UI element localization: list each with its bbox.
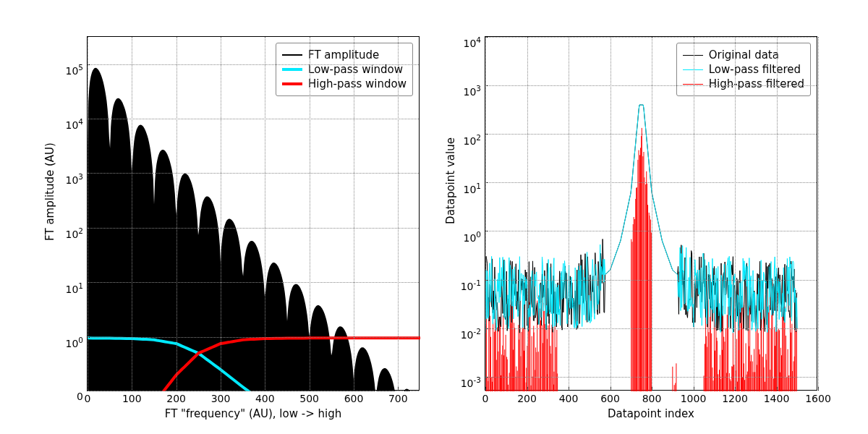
legend-swatch bbox=[282, 54, 302, 56]
right-plot-axes: Original data Low-pass filtered High-pas… bbox=[485, 36, 817, 391]
figure: FT amplitude Low-pass window High-pass w… bbox=[0, 0, 868, 434]
legend-label: FT amplitude bbox=[308, 48, 379, 61]
legend-row: High-pass window bbox=[282, 77, 407, 91]
left-xlabel: FT "frequency" (AU), low -> high bbox=[87, 407, 420, 420]
legend-label: High-pass filtered bbox=[709, 77, 804, 90]
left-legend: FT amplitude Low-pass window High-pass w… bbox=[276, 43, 413, 96]
legend-label: Low-pass filtered bbox=[709, 63, 801, 76]
legend-row: FT amplitude bbox=[282, 48, 407, 62]
legend-row: Low-pass filtered bbox=[683, 62, 804, 77]
left-plot-axes: FT amplitude Low-pass window High-pass w… bbox=[87, 36, 420, 391]
legend-row: High-pass filtered bbox=[683, 77, 804, 91]
left-ylabel: FT amplitude (AU) bbox=[43, 94, 56, 289]
legend-label: Low-pass window bbox=[308, 63, 403, 76]
legend-label: High-pass window bbox=[308, 77, 407, 90]
legend-label: Original data bbox=[709, 48, 779, 61]
right-ylabel: Datapoint value bbox=[444, 109, 457, 253]
right-legend: Original data Low-pass filtered High-pas… bbox=[676, 43, 811, 96]
legend-swatch bbox=[282, 82, 302, 85]
legend-swatch bbox=[282, 68, 302, 71]
right-xlabel: Datapoint index bbox=[485, 407, 817, 420]
legend-row: Original data bbox=[683, 48, 804, 62]
